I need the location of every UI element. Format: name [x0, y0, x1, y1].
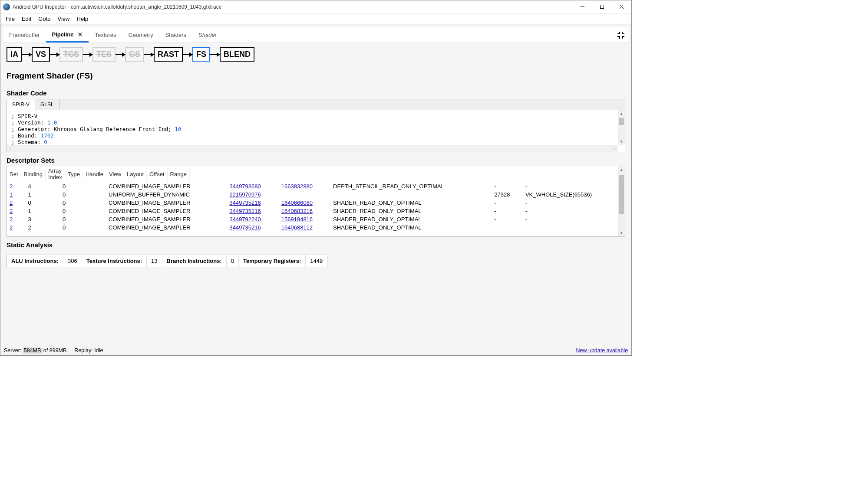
tab-framebuffer[interactable]: Framebuffer [3, 28, 46, 42]
descriptor-link[interactable]: 2 [10, 216, 13, 223]
table-cell: 2 [7, 215, 25, 223]
status-server-used: 584MB [23, 347, 42, 354]
arrow-icon [210, 54, 220, 55]
descriptor-link[interactable]: 3449735216 [229, 208, 261, 214]
status-server: Server: 584MB of 899MB [4, 347, 66, 354]
descriptor-link[interactable]: 3449792240 [229, 216, 261, 223]
stage-tes[interactable]: TES [92, 47, 116, 62]
table-cell: VK_WHOLE_SIZE(65536) [523, 190, 618, 199]
close-button[interactable] [612, 0, 631, 13]
tab-shader[interactable]: Shader [192, 28, 223, 42]
table-row[interactable]: 220COMBINED_IMAGE_SAMPLER344973521616406… [7, 223, 618, 232]
scroll-down-icon[interactable]: ▾ [618, 138, 625, 145]
fragment-heading: Fragment Shader (FS) [7, 71, 625, 81]
code-scrollbar-v[interactable]: ▴ ▾ [618, 110, 625, 145]
stage-blend[interactable]: BLEND [220, 47, 254, 62]
tab-geometry[interactable]: Geometry [122, 28, 159, 42]
table-row[interactable]: 210COMBINED_IMAGE_SAMPLER344973521616406… [7, 207, 618, 215]
scroll-up-icon[interactable]: ▴ [618, 166, 625, 173]
col-offset[interactable]: Offset [147, 166, 167, 182]
stage-tcs[interactable]: TCS [59, 47, 83, 62]
maximize-button[interactable] [592, 0, 612, 13]
tab-textures[interactable]: Textures [89, 28, 122, 42]
descriptor-link[interactable]: 2 [10, 224, 13, 231]
code-text[interactable]: ; SPIR-V; Version: 1.0; Generator: Khron… [7, 110, 625, 145]
descriptor-sets-heading: Descriptor Sets [7, 157, 625, 164]
menu-edit[interactable]: Edit [18, 14, 35, 24]
stage-rast[interactable]: RAST [154, 47, 183, 62]
menu-goto[interactable]: Goto [35, 14, 54, 24]
descriptor-link[interactable]: 2 [10, 183, 13, 190]
table-cell: - [279, 190, 330, 199]
table-cell: COMBINED_IMAGE_SAMPLER [106, 215, 227, 223]
arrow-icon [83, 54, 92, 55]
code-scrollbar-h[interactable]: ‹› [7, 145, 618, 152]
window-controls [573, 0, 631, 13]
scroll-up-icon[interactable]: ▴ [618, 110, 625, 117]
col-type[interactable]: Type [65, 166, 83, 182]
tab-shaders-label: Shaders [165, 32, 186, 38]
table-cell: COMBINED_IMAGE_SAMPLER [106, 207, 227, 215]
menu-file[interactable]: File [2, 14, 18, 24]
col-handle[interactable]: Handle [83, 166, 106, 182]
table-row[interactable]: 240COMBINED_IMAGE_SAMPLER344979368016638… [7, 182, 618, 190]
descriptor-link[interactable]: 1640683216 [281, 208, 313, 214]
descriptor-rows-viewport[interactable]: 240COMBINED_IMAGE_SAMPLER344979368016638… [7, 182, 625, 236]
tab-close-icon[interactable]: ✕ [78, 31, 83, 38]
stage-fs[interactable]: FS [192, 47, 210, 62]
descriptor-link[interactable]: 2215970976 [229, 191, 261, 198]
code-tab-glsl[interactable]: GLSL [35, 99, 59, 110]
arrow-icon [50, 54, 59, 55]
menu-view[interactable]: View [54, 14, 73, 24]
tab-shaders[interactable]: Shaders [159, 28, 192, 42]
col-set[interactable]: Set [7, 166, 21, 182]
descriptor-link[interactable]: 1640688112 [281, 224, 313, 231]
close-icon [619, 4, 624, 9]
col-layout[interactable]: Layout [124, 166, 147, 182]
static-analysis-table: ALU Instructions: 306 Texture Instructio… [7, 255, 327, 267]
table-row[interactable]: 200COMBINED_IMAGE_SAMPLER344973521616406… [7, 199, 618, 207]
descriptor-link[interactable]: 1569194816 [281, 216, 313, 223]
arrow-icon [183, 54, 192, 55]
scroll-track[interactable] [618, 173, 625, 229]
descriptor-link[interactable]: 1 [10, 191, 13, 198]
table-row[interactable]: 110UNIFORM_BUFFER_DYNAMIC2215970976--273… [7, 190, 618, 199]
table-cell: SHADER_READ_ONLY_OPTIMAL [330, 215, 492, 223]
collapse-fullscreen-button[interactable] [613, 31, 629, 39]
table-cell: 3449735216 [227, 207, 278, 215]
descriptor-link[interactable]: 3449793680 [229, 183, 261, 190]
stage-ia[interactable]: IA [7, 47, 22, 62]
descriptor-link[interactable]: 3449735216 [229, 224, 261, 231]
scroll-down-icon[interactable]: ▾ [618, 229, 625, 236]
col-range[interactable]: Range [167, 166, 189, 182]
table-cell: 3 [25, 215, 60, 223]
stage-vs[interactable]: VS [32, 47, 50, 62]
descriptor-link[interactable]: 2 [10, 200, 13, 206]
table-cell: 0 [60, 215, 106, 223]
descriptor-link[interactable]: 2 [10, 208, 13, 214]
minimize-button[interactable] [573, 0, 592, 13]
menu-help[interactable]: Help [73, 14, 92, 24]
update-link[interactable]: New update available [576, 347, 628, 354]
table-row[interactable]: 230COMBINED_IMAGE_SAMPLER344979224015691… [7, 215, 618, 223]
tab-shader-label: Shader [198, 32, 217, 38]
scroll-left-icon[interactable]: ‹ [10, 147, 11, 151]
tab-pipeline[interactable]: Pipeline ✕ [46, 28, 89, 43]
scroll-track[interactable] [618, 117, 625, 138]
col-array-index[interactable]: Array Index [45, 166, 65, 182]
code-tab-spirv[interactable]: SPIR-V [7, 99, 35, 110]
table-cell: 0 [25, 199, 60, 207]
window-title: Android GPU Inspector - com.activision.c… [13, 4, 573, 10]
col-binding[interactable]: Binding [21, 166, 45, 182]
descriptor-link[interactable]: 3449735216 [229, 200, 261, 206]
arrow-icon [144, 54, 154, 55]
scroll-thumb[interactable] [619, 118, 624, 125]
descriptor-link[interactable]: 1640666080 [281, 200, 313, 206]
descriptor-scrollbar-v[interactable]: ▴ ▾ [618, 166, 625, 236]
col-view[interactable]: View [106, 166, 124, 182]
minimize-icon [580, 4, 585, 9]
scroll-thumb[interactable] [619, 175, 624, 214]
scroll-right-icon[interactable]: › [614, 147, 615, 151]
stage-gs[interactable]: GS [125, 47, 144, 62]
descriptor-link[interactable]: 1663832880 [281, 183, 313, 190]
